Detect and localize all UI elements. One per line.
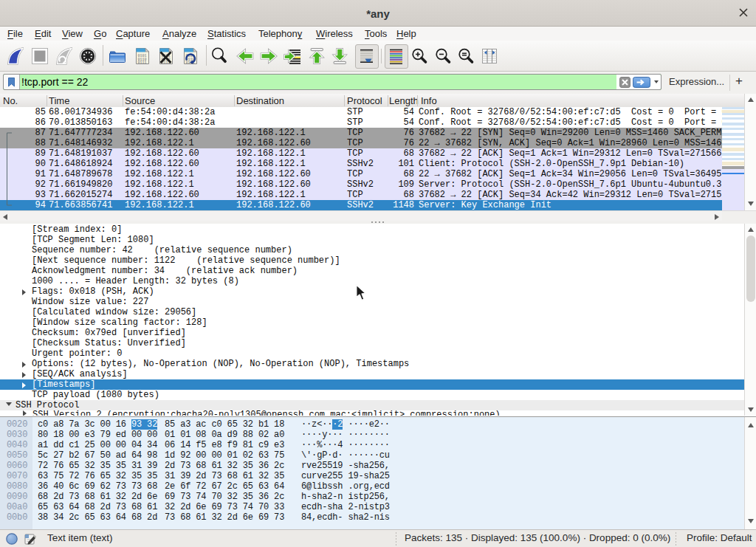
svg-text:0111: 0111 — [138, 61, 147, 65]
